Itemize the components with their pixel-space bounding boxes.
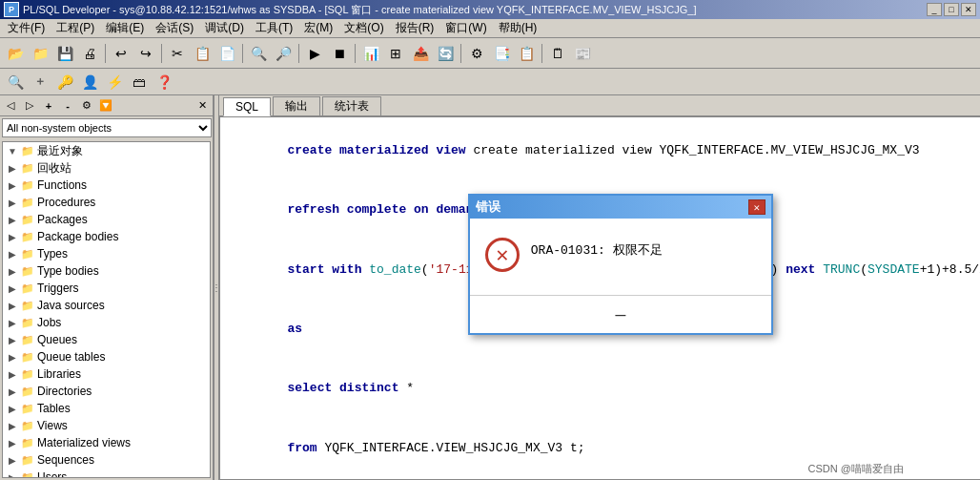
tb-undo[interactable]: ↩ xyxy=(110,42,133,65)
tab-sql[interactable]: SQL xyxy=(223,97,271,116)
lp-close[interactable]: ✕ xyxy=(194,97,211,115)
tb2-help[interactable]: ❓ xyxy=(153,71,175,94)
menu-help[interactable]: 帮助(H) xyxy=(493,18,543,38)
tb-open[interactable]: 📁 xyxy=(29,42,51,65)
tb2-dbconn[interactable]: 🗃 xyxy=(128,71,151,94)
tree-item-mat-views[interactable]: ▶ 📁 Materialized views xyxy=(3,434,210,451)
tree-item-views[interactable]: ▶ 📁 Views xyxy=(3,417,210,434)
tb-copy[interactable]: 📋 xyxy=(191,42,214,65)
tree-label-libraries: Libraries xyxy=(37,367,81,381)
maximize-button[interactable]: □ xyxy=(944,3,959,16)
tabs-bar: SQL 输出 统计表 xyxy=(219,95,980,116)
tb-find[interactable]: 🔍 xyxy=(247,42,270,65)
lp-gear[interactable]: ⚙ xyxy=(78,97,95,115)
tree-label-functions: Functions xyxy=(37,178,87,192)
tb-redo[interactable]: ↪ xyxy=(134,42,157,65)
tree-item-libraries[interactable]: ▶ 📁 Libraries xyxy=(3,365,210,383)
tb-find2[interactable]: 🔎 xyxy=(272,42,295,65)
lp-forward[interactable]: ▷ xyxy=(21,97,38,115)
lp-minus[interactable]: - xyxy=(59,97,76,115)
tab-output[interactable]: 输出 xyxy=(273,96,320,115)
dialog-close-button[interactable]: ✕ xyxy=(748,199,766,215)
tree-item-queues[interactable]: ▶ 📁 Queues xyxy=(3,331,210,348)
expand-users: ▶ xyxy=(5,470,20,478)
tb2-key[interactable]: 🔑 xyxy=(53,71,76,94)
tb-run[interactable]: ▶ xyxy=(303,42,326,65)
tree-label-users: Users xyxy=(37,470,67,478)
tree-item-directories[interactable]: ▶ 📁 Directories xyxy=(3,383,210,400)
tree-item-functions[interactable]: ▶ 📁 Functions xyxy=(3,177,210,194)
tree-item-type-bodies[interactable]: ▶ 📁 Type bodies xyxy=(3,262,210,280)
tb-pages[interactable]: 📑 xyxy=(490,42,513,65)
sql-line-1: create materialized view create material… xyxy=(228,121,980,180)
expand-functions: ▶ xyxy=(5,177,20,193)
folder-icon-tables: 📁 xyxy=(20,402,35,415)
tree-label-recycle: 回收站 xyxy=(37,160,71,177)
menu-macro[interactable]: 宏(M) xyxy=(298,18,338,38)
right-panel: SQL 输出 统计表 create materialized view crea… xyxy=(219,95,980,480)
tree-item-triggers[interactable]: ▶ 📁 Triggers xyxy=(3,280,210,297)
menu-docs[interactable]: 文档(O) xyxy=(338,18,389,38)
dialog-body: ✕ ORA-01031: 权限不足 xyxy=(470,219,771,295)
tree-item-java-sources[interactable]: ▶ 📁 Java sources xyxy=(3,297,210,314)
tb-print[interactable]: 🖨 xyxy=(78,42,101,65)
tb-extra2[interactable]: 📰 xyxy=(571,42,594,65)
expand-java-sources: ▶ xyxy=(5,298,20,313)
tree-item-tables[interactable]: ▶ 📁 Tables xyxy=(3,400,210,417)
folder-icon-mat-views: 📁 xyxy=(20,436,35,449)
folder-icon-type-bodies: 📁 xyxy=(20,264,35,278)
tb-stop[interactable]: ⏹ xyxy=(328,42,351,65)
tb-extra1[interactable]: 🗒 xyxy=(546,42,569,65)
expand-sequences: ▶ xyxy=(5,452,20,468)
tb2-lightning[interactable]: ⚡ xyxy=(103,71,126,94)
menu-project[interactable]: 工程(P) xyxy=(51,18,100,38)
sql-editor[interactable]: create materialized view create material… xyxy=(219,116,980,480)
tb-refresh[interactable]: 🔄 xyxy=(434,42,457,65)
lp-back[interactable]: ◁ xyxy=(2,97,19,115)
lp-filter[interactable]: 🔽 xyxy=(97,97,114,115)
tb-paste[interactable]: 📄 xyxy=(215,42,238,65)
menu-file[interactable]: 文件(F) xyxy=(2,18,51,38)
app-icon: P xyxy=(4,2,19,17)
tree-item-package-bodies[interactable]: ▶ 📁 Package bodies xyxy=(3,228,210,245)
tree-item-sequences[interactable]: ▶ 📁 Sequences xyxy=(3,451,210,469)
minimize-button[interactable]: _ xyxy=(927,3,942,16)
tb-new[interactable]: 📂 xyxy=(4,42,27,65)
folder-icon-procedures: 📁 xyxy=(20,196,35,209)
tab-stats[interactable]: 统计表 xyxy=(322,96,381,115)
tb-cut[interactable]: ✂ xyxy=(166,42,189,65)
object-filter-select[interactable]: All non-system objects xyxy=(2,118,212,137)
tree-item-packages[interactable]: ▶ 📁 Packages xyxy=(3,211,210,228)
tree-item-users[interactable]: ▶ 📁 Users xyxy=(3,469,210,478)
menu-debug[interactable]: 调试(D) xyxy=(199,18,250,38)
menu-reports[interactable]: 报告(R) xyxy=(390,18,440,38)
tree-item-types[interactable]: ▶ 📁 Types xyxy=(3,245,210,262)
menu-edit[interactable]: 编辑(E) xyxy=(100,18,150,38)
tree-item-recycle[interactable]: ▶ 📁 回收站 xyxy=(3,159,210,177)
tree-item-procedures[interactable]: ▶ 📁 Procedures xyxy=(3,194,210,211)
tb2-user[interactable]: 👤 xyxy=(78,71,101,94)
tree-item-jobs[interactable]: ▶ 📁 Jobs xyxy=(3,314,210,331)
tb-settings[interactable]: ⚙ xyxy=(465,42,488,65)
dialog-title-bar: 错误 ✕ xyxy=(470,196,771,219)
tb-export[interactable]: 📤 xyxy=(409,42,432,65)
dialog-dash-button[interactable]: — xyxy=(615,305,625,324)
tb-more[interactable]: 📋 xyxy=(515,42,538,65)
folder-icon-sequences: 📁 xyxy=(20,453,35,467)
menu-window[interactable]: 窗口(W) xyxy=(439,18,492,38)
sep3 xyxy=(242,44,243,63)
tree-item-queue-tables[interactable]: ▶ 📁 Queue tables xyxy=(3,348,210,365)
tb-chart[interactable]: 📊 xyxy=(359,42,382,65)
lp-plus[interactable]: + xyxy=(40,97,57,115)
tb2-add[interactable]: ＋ xyxy=(29,71,51,94)
tb-save[interactable]: 💾 xyxy=(53,42,76,65)
tb-grid[interactable]: ⊞ xyxy=(384,42,407,65)
menu-session[interactable]: 会话(S) xyxy=(150,18,199,38)
close-button[interactable]: ✕ xyxy=(961,3,976,16)
tb2-search[interactable]: 🔍 xyxy=(4,71,27,94)
menu-tools[interactable]: 工具(T) xyxy=(250,18,298,38)
expand-triggers: ▶ xyxy=(5,281,20,296)
tree-item-recent[interactable]: ▼ 📁 最近对象 xyxy=(3,142,210,159)
folder-icon-jobs: 📁 xyxy=(20,316,35,329)
sep5 xyxy=(355,44,356,63)
